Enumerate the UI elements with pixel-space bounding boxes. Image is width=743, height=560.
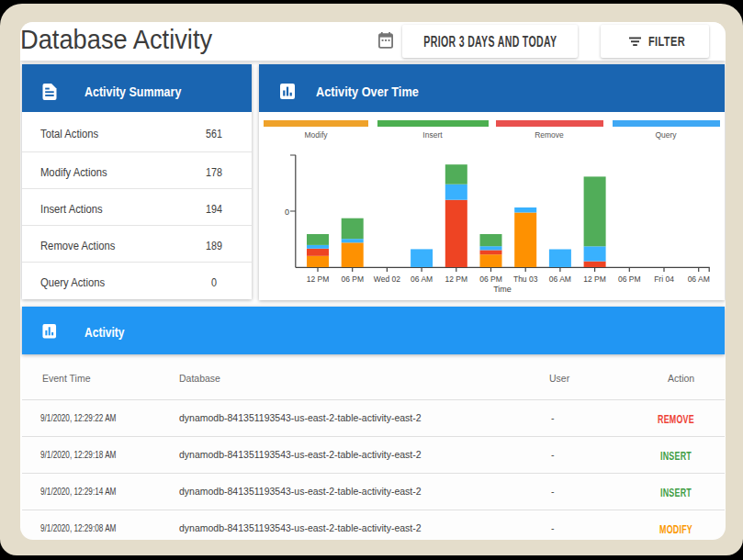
svg-text:Thu 03: Thu 03 — [513, 274, 538, 284]
svg-text:Wed 02: Wed 02 — [374, 274, 400, 284]
svg-text:06 AM: 06 AM — [411, 274, 433, 284]
svg-text:0: 0 — [285, 207, 289, 217]
svg-text:06 AM: 06 AM — [688, 274, 710, 284]
svg-text:06 PM: 06 PM — [479, 274, 502, 284]
svg-text:06 PM: 06 PM — [618, 274, 641, 284]
svg-text:06 AM: 06 AM — [549, 274, 571, 284]
svg-text:Fri 04: Fri 04 — [654, 274, 674, 284]
svg-text:12 PM: 12 PM — [307, 274, 330, 284]
svg-text:12 PM: 12 PM — [583, 274, 606, 284]
svg-text:Time: Time — [493, 285, 512, 294]
svg-text:12 PM: 12 PM — [445, 274, 468, 284]
svg-text:06 PM: 06 PM — [341, 274, 364, 284]
